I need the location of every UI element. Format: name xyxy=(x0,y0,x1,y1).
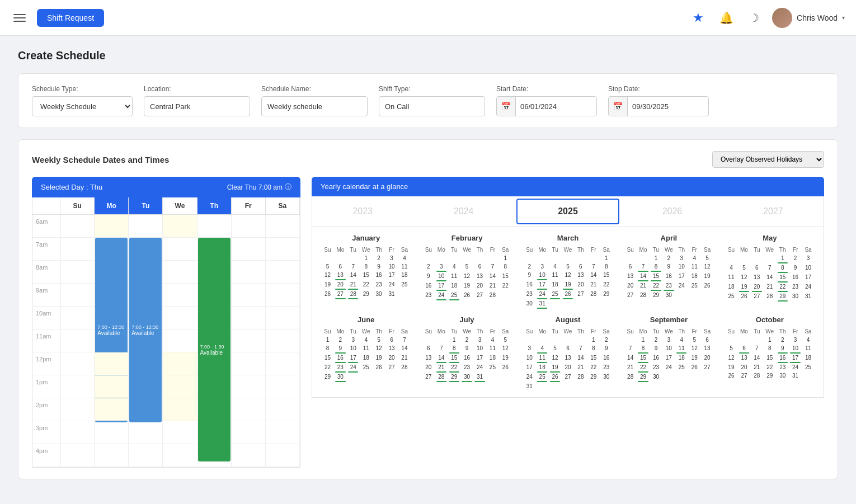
calendar-day[interactable]: 25 xyxy=(725,292,738,302)
calendar-day[interactable]: 12 xyxy=(499,344,512,354)
calendar-day[interactable]: 1 xyxy=(600,254,613,262)
calendar-day[interactable]: 22 xyxy=(321,363,334,373)
calendar-day[interactable]: 26 xyxy=(562,290,575,299)
calendar-day[interactable]: 3 xyxy=(523,344,536,354)
calendar-day[interactable]: 6 xyxy=(334,262,347,271)
calendar-day[interactable]: 9 xyxy=(600,344,613,354)
calendar-day[interactable]: 22 xyxy=(776,282,789,292)
calendar-day[interactable]: 27 xyxy=(624,291,637,299)
calendar-day[interactable]: 14 xyxy=(574,354,587,363)
time-cell[interactable] xyxy=(266,329,300,352)
calendar-day[interactable]: 7 xyxy=(624,344,637,354)
time-cell[interactable] xyxy=(266,352,300,375)
calendar-day[interactable]: 4 xyxy=(725,263,738,273)
calendar-day[interactable]: 22 xyxy=(587,363,600,373)
time-cell[interactable] xyxy=(197,398,232,421)
time-cell[interactable] xyxy=(129,375,163,398)
calendar-day[interactable]: 2 xyxy=(662,254,675,262)
calendar-day[interactable]: 1 xyxy=(321,336,334,344)
calendar-day[interactable]: 22 xyxy=(360,280,373,290)
calendar-day[interactable]: 17 xyxy=(675,272,688,281)
calendar-day[interactable]: 19 xyxy=(725,363,738,371)
calendar-day[interactable]: 21 xyxy=(574,363,587,373)
time-cell[interactable] xyxy=(163,352,197,375)
calendar-day[interactable]: 11 xyxy=(688,262,701,272)
calendar-day[interactable]: 11 xyxy=(360,344,373,354)
time-cell[interactable] xyxy=(95,284,129,306)
calendar-day[interactable]: 31 xyxy=(385,290,398,299)
shift-request-button[interactable]: Shift Request xyxy=(37,9,104,27)
day-header-we[interactable]: We xyxy=(163,197,197,215)
time-cell[interactable] xyxy=(266,215,300,237)
day-header-su[interactable]: Su xyxy=(60,197,95,215)
calendar-day[interactable]: 3 xyxy=(789,336,802,344)
time-cell[interactable] xyxy=(197,215,232,237)
calendar-day[interactable]: 20 xyxy=(385,354,398,363)
time-cell[interactable] xyxy=(197,307,232,329)
calendar-day[interactable]: 23 xyxy=(334,363,347,373)
calendar-day[interactable]: 19 xyxy=(549,363,562,373)
calendar-day[interactable]: 28 xyxy=(486,291,499,300)
time-cell[interactable] xyxy=(95,398,129,421)
calendar-day[interactable]: 18 xyxy=(675,354,688,363)
calendar-day[interactable]: 27 xyxy=(334,290,347,299)
calendar-day[interactable]: 11 xyxy=(448,272,460,281)
time-cell[interactable] xyxy=(60,284,95,306)
hamburger-menu[interactable] xyxy=(11,12,28,24)
calendar-day[interactable]: 16 xyxy=(523,280,536,290)
calendar-day[interactable]: 30 xyxy=(373,290,385,299)
calendar-day[interactable]: 24 xyxy=(385,280,398,290)
calendar-day[interactable]: 31 xyxy=(473,373,486,382)
calendar-day[interactable]: 16 xyxy=(789,273,802,282)
time-cell[interactable] xyxy=(60,329,95,352)
calendar-day[interactable]: 23 xyxy=(662,281,675,291)
calendar-day[interactable]: 23 xyxy=(789,282,802,292)
time-cell[interactable] xyxy=(232,261,266,283)
calendar-day[interactable]: 5 xyxy=(549,344,562,354)
time-cell[interactable] xyxy=(197,329,232,352)
calendar-day[interactable]: 8 xyxy=(637,344,650,354)
calendar-day[interactable]: 3 xyxy=(473,336,486,344)
time-cell[interactable] xyxy=(232,307,266,329)
calendar-day[interactable]: 13 xyxy=(473,272,486,281)
time-cell[interactable]: 7:00 - 1:30Available xyxy=(197,238,232,260)
calendar-day[interactable]: 18 xyxy=(688,272,701,281)
calendar-day[interactable]: 19 xyxy=(321,280,334,290)
calendar-day[interactable]: 13 xyxy=(701,344,714,354)
calendar-day[interactable]: 11 xyxy=(486,344,499,354)
calendar-day[interactable]: 22 xyxy=(763,363,776,371)
clear-button[interactable]: Clear Thu 7:00 am ⓘ xyxy=(227,182,291,192)
calendar-day[interactable]: 24 xyxy=(473,363,486,373)
calendar-day[interactable]: 30 xyxy=(776,371,789,380)
calendar-day[interactable]: 22 xyxy=(448,363,460,373)
calendar-day[interactable]: 16 xyxy=(600,354,613,363)
calendar-day[interactable]: 17 xyxy=(473,354,486,363)
time-cell[interactable] xyxy=(197,261,232,283)
calendar-day[interactable]: 18 xyxy=(486,354,499,363)
calendar-day[interactable]: 16 xyxy=(650,354,662,363)
calendar-day[interactable]: 7 xyxy=(347,262,360,271)
calendar-day[interactable]: 6 xyxy=(422,344,435,354)
calendar-day[interactable]: 8 xyxy=(321,344,334,354)
calendar-day[interactable]: 21 xyxy=(587,280,600,290)
calendar-day[interactable]: 2 xyxy=(422,262,435,272)
calendar-day[interactable]: 22 xyxy=(499,281,512,291)
calendar-day[interactable]: 26 xyxy=(688,363,701,373)
calendar-day[interactable]: 22 xyxy=(637,363,650,373)
calendar-day[interactable]: 25 xyxy=(448,291,460,300)
calendar-day[interactable]: 24 xyxy=(802,282,815,292)
time-cell[interactable] xyxy=(95,352,129,375)
calendar-day[interactable]: 26 xyxy=(738,292,751,302)
calendar-day[interactable]: 10 xyxy=(473,344,486,354)
calendar-day[interactable]: 11 xyxy=(398,262,411,271)
calendar-day[interactable]: 7 xyxy=(486,262,499,272)
time-cell[interactable] xyxy=(232,284,266,306)
calendar-day[interactable]: 24 xyxy=(536,290,549,299)
calendar-day[interactable]: 19 xyxy=(373,354,385,363)
time-cell[interactable] xyxy=(129,421,163,444)
calendar-day[interactable]: 10 xyxy=(536,271,549,280)
calendar-day[interactable]: 28 xyxy=(574,373,587,382)
time-cell[interactable] xyxy=(60,375,95,398)
calendar-day[interactable]: 12 xyxy=(460,272,473,281)
calendar-day[interactable]: 17 xyxy=(662,354,675,363)
